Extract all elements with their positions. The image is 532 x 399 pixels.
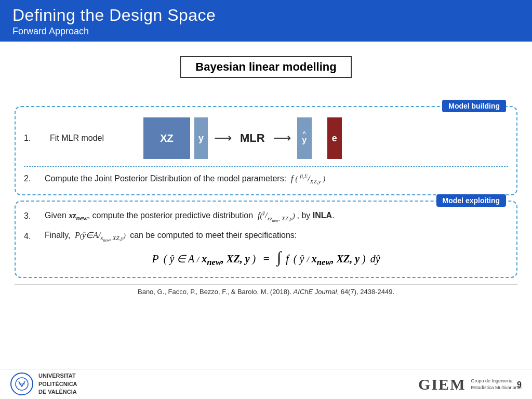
model-building-label: Model building	[442, 100, 506, 112]
bayesian-label-box: Bayesian linear modelling	[180, 56, 352, 78]
giem-name: GIEM	[418, 376, 466, 393]
giem-logo: GIEM Grupo de Ingeniería Estadística Mul…	[418, 376, 522, 393]
bayesian-label-text: Bayesian linear modelling	[195, 60, 336, 73]
slide-title: Defining the Design Space	[12, 6, 520, 25]
separator-1	[24, 166, 508, 167]
step-4-num: 4.	[24, 232, 45, 241]
footer-bar: UNIVERSITAT POLITÈCNICA DE VALÈNCIA GIEM…	[0, 369, 532, 399]
step-1-row: 1. Fit MLR model XZ y ⟶ MLR ⟶ ^ y e	[24, 113, 508, 163]
step-2-formula: f ( β,Σ/XZ,y )	[291, 174, 325, 183]
upv-svg	[14, 376, 30, 392]
step-2-num: 2.	[24, 174, 45, 183]
e-vector: e	[327, 117, 342, 159]
y-vector: y	[194, 117, 208, 159]
step-2-text: Compute the Joint Posterior Distribution…	[45, 173, 325, 185]
slide-header: Defining the Design Space Forward Approa…	[0, 0, 532, 42]
mlr-diagram: XZ y ⟶ MLR ⟶ ^ y e	[143, 117, 342, 159]
step-3-text: Given xznew, compute the posterior predi…	[45, 210, 335, 223]
giem-subtitle-block: Grupo de Ingeniería Estadística Multivar…	[471, 378, 522, 391]
citation-bar: Bano, G., Facco, P., Bezzo, F., & Barolo…	[15, 284, 517, 298]
arrow-1: ⟶	[214, 131, 232, 145]
step-2-row: 2. Compute the Joint Posterior Distribut…	[24, 170, 508, 188]
upv-emblem	[10, 373, 33, 395]
model-exploiting-section: Model exploiting 3. Given xznew, compute…	[15, 201, 517, 278]
step-3-xznew: xznew	[69, 211, 87, 220]
step-1-text: Fit MLR model	[50, 134, 104, 143]
model-building-section: Model building 1. Fit MLR model XZ y ⟶ M…	[15, 106, 517, 195]
arrow-2: ⟶	[273, 131, 291, 145]
inla-label: INLA	[313, 211, 332, 220]
page-number: 9	[517, 380, 522, 390]
yhat-vector: ^ y	[297, 117, 312, 159]
step-3-num: 3.	[24, 211, 45, 221]
model-exploiting-label: Model exploiting	[436, 194, 506, 207]
university-logo: UNIVERSITAT POLITÈCNICA DE VALÈNCIA	[10, 372, 77, 396]
slide-content: Bayesian linear modelling Model building…	[0, 42, 532, 281]
step-3-formula: f(ŷ/xznew, XZ,y)	[258, 211, 297, 220]
step-4-row: 4. Finally, P(ŷ∈A/xnew, XZ,y) can be com…	[24, 227, 508, 246]
citation-text: Bano, G., Facco, P., Bezzo, F., & Barolo…	[138, 288, 394, 296]
big-formula: P ( ŷ ∈ A / xnew, XZ, y ) = ∫ f ( ŷ / xn…	[24, 246, 508, 272]
step-1-label: 1. Fit MLR model	[24, 134, 128, 143]
citation-journal: AIChE Journal	[294, 288, 337, 296]
step-1-num: 1.	[24, 134, 45, 143]
slide-subtitle: Forward Approach	[12, 26, 520, 37]
university-name: UNIVERSITAT POLITÈCNICA DE VALÈNCIA	[38, 372, 77, 396]
mlr-label: MLR	[240, 131, 265, 145]
citation-text2: , 64(7), 2438-2449.	[337, 288, 394, 296]
step-3-row: 3. Given xznew, compute the posterior pr…	[24, 207, 508, 227]
step-4-formula-inline: P(ŷ∈A/xnew, XZ,y)	[73, 231, 128, 240]
step-4-text: Finally, P(ŷ∈A/xnew, XZ,y) can be comput…	[45, 230, 297, 243]
xz-matrix: XZ	[143, 117, 190, 159]
